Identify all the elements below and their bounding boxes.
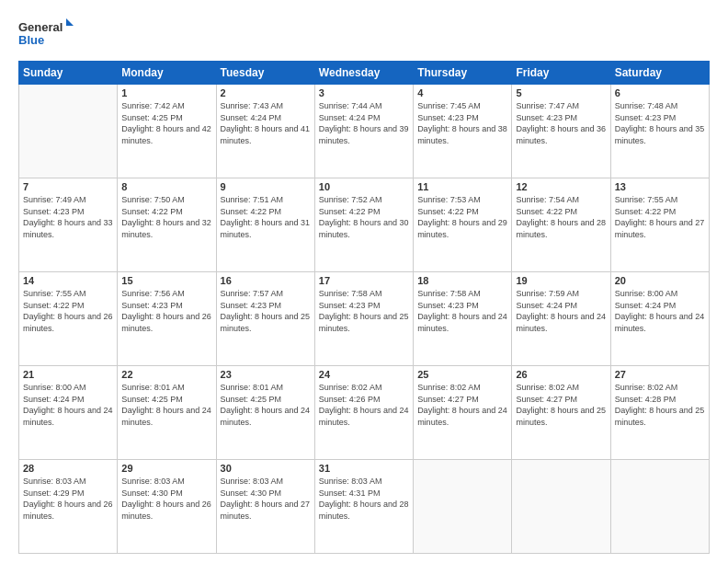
cell-0-1: 1 Sunrise: 7:42 AMSunset: 4:25 PMDayligh…	[118, 85, 216, 178]
cell-4-2: 30 Sunrise: 8:03 AMSunset: 4:30 PMDaylig…	[216, 460, 314, 554]
day-number: 5	[516, 87, 606, 98]
header-thursday: Thursday	[414, 62, 512, 85]
svg-marker-2	[66, 18, 74, 26]
calendar-table: SundayMondayTuesdayWednesdayThursdayFrid…	[18, 61, 710, 554]
week-row-2: 14 Sunrise: 7:55 AMSunset: 4:22 PMDaylig…	[19, 272, 710, 366]
cell-0-3: 3 Sunrise: 7:44 AMSunset: 4:24 PMDayligh…	[314, 85, 413, 178]
cell-3-3: 24 Sunrise: 8:02 AMSunset: 4:26 PMDaylig…	[314, 366, 413, 460]
week-row-0: 1 Sunrise: 7:42 AMSunset: 4:25 PMDayligh…	[19, 85, 710, 178]
day-info: Sunrise: 7:56 AMSunset: 4:23 PMDaylight:…	[121, 289, 211, 333]
day-number: 22	[121, 369, 211, 380]
day-number: 4	[417, 87, 507, 98]
week-row-1: 7 Sunrise: 7:49 AMSunset: 4:23 PMDayligh…	[19, 178, 710, 272]
svg-text:Blue: Blue	[18, 33, 44, 47]
calendar-header-row: SundayMondayTuesdayWednesdayThursdayFrid…	[19, 62, 710, 85]
cell-2-3: 17 Sunrise: 7:58 AMSunset: 4:23 PMDaylig…	[314, 272, 413, 366]
day-number: 1	[121, 87, 211, 98]
logo-svg: General Blue	[18, 17, 74, 52]
day-number: 2	[221, 87, 311, 98]
cell-0-0	[19, 85, 118, 178]
header-wednesday: Wednesday	[314, 62, 413, 85]
cell-3-6: 27 Sunrise: 8:02 AMSunset: 4:28 PMDaylig…	[610, 366, 709, 460]
cell-3-4: 25 Sunrise: 8:02 AMSunset: 4:27 PMDaylig…	[414, 366, 512, 460]
cell-1-3: 10 Sunrise: 7:52 AMSunset: 4:22 PMDaylig…	[314, 178, 413, 272]
header-friday: Friday	[512, 62, 610, 85]
day-info: Sunrise: 7:55 AMSunset: 4:22 PMDaylight:…	[615, 195, 705, 239]
cell-4-4	[414, 460, 512, 554]
day-number: 8	[121, 181, 211, 192]
day-info: Sunrise: 8:02 AMSunset: 4:26 PMDaylight:…	[319, 383, 409, 427]
day-info: Sunrise: 7:57 AMSunset: 4:23 PMDaylight:…	[221, 289, 311, 333]
cell-0-5: 5 Sunrise: 7:47 AMSunset: 4:23 PMDayligh…	[512, 85, 610, 178]
day-number: 18	[417, 275, 507, 286]
cell-0-6: 6 Sunrise: 7:48 AMSunset: 4:23 PMDayligh…	[610, 85, 709, 178]
cell-1-4: 11 Sunrise: 7:53 AMSunset: 4:22 PMDaylig…	[414, 178, 512, 272]
cell-4-5	[512, 460, 610, 554]
day-info: Sunrise: 7:55 AMSunset: 4:22 PMDaylight:…	[23, 289, 113, 333]
cell-1-1: 8 Sunrise: 7:50 AMSunset: 4:22 PMDayligh…	[118, 178, 216, 272]
day-number: 25	[417, 369, 507, 380]
day-number: 27	[615, 369, 705, 380]
day-number: 10	[319, 181, 409, 192]
day-number: 14	[23, 275, 113, 286]
day-info: Sunrise: 8:00 AMSunset: 4:24 PMDaylight:…	[23, 383, 113, 427]
day-number: 19	[516, 275, 606, 286]
cell-1-2: 9 Sunrise: 7:51 AMSunset: 4:22 PMDayligh…	[216, 178, 314, 272]
day-info: Sunrise: 7:48 AMSunset: 4:23 PMDaylight:…	[615, 101, 705, 145]
cell-0-2: 2 Sunrise: 7:43 AMSunset: 4:24 PMDayligh…	[216, 85, 314, 178]
cell-3-0: 21 Sunrise: 8:00 AMSunset: 4:24 PMDaylig…	[19, 366, 118, 460]
day-number: 17	[319, 275, 409, 286]
day-number: 24	[319, 369, 409, 380]
day-info: Sunrise: 8:01 AMSunset: 4:25 PMDaylight:…	[121, 383, 211, 427]
day-info: Sunrise: 8:03 AMSunset: 4:30 PMDaylight:…	[221, 477, 311, 521]
day-info: Sunrise: 8:03 AMSunset: 4:31 PMDaylight:…	[319, 477, 409, 521]
day-number: 31	[319, 463, 409, 474]
cell-2-1: 15 Sunrise: 7:56 AMSunset: 4:23 PMDaylig…	[118, 272, 216, 366]
cell-3-1: 22 Sunrise: 8:01 AMSunset: 4:25 PMDaylig…	[118, 366, 216, 460]
svg-text:General: General	[18, 20, 63, 34]
header-tuesday: Tuesday	[216, 62, 314, 85]
day-number: 13	[615, 181, 705, 192]
day-number: 26	[516, 369, 606, 380]
header-sunday: Sunday	[19, 62, 118, 85]
day-info: Sunrise: 7:42 AMSunset: 4:25 PMDaylight:…	[121, 101, 211, 145]
header-saturday: Saturday	[610, 62, 709, 85]
header: General Blue	[18, 17, 710, 52]
day-info: Sunrise: 7:44 AMSunset: 4:24 PMDaylight:…	[319, 101, 409, 145]
cell-2-6: 20 Sunrise: 8:00 AMSunset: 4:24 PMDaylig…	[610, 272, 709, 366]
week-row-3: 21 Sunrise: 8:00 AMSunset: 4:24 PMDaylig…	[19, 366, 710, 460]
cell-2-2: 16 Sunrise: 7:57 AMSunset: 4:23 PMDaylig…	[216, 272, 314, 366]
day-info: Sunrise: 8:02 AMSunset: 4:27 PMDaylight:…	[417, 383, 507, 427]
cell-1-6: 13 Sunrise: 7:55 AMSunset: 4:22 PMDaylig…	[610, 178, 709, 272]
day-info: Sunrise: 8:01 AMSunset: 4:25 PMDaylight:…	[221, 383, 311, 427]
cell-4-3: 31 Sunrise: 8:03 AMSunset: 4:31 PMDaylig…	[314, 460, 413, 554]
day-number: 20	[615, 275, 705, 286]
day-number: 11	[417, 181, 507, 192]
cell-4-6	[610, 460, 709, 554]
cell-1-5: 12 Sunrise: 7:54 AMSunset: 4:22 PMDaylig…	[512, 178, 610, 272]
day-info: Sunrise: 7:58 AMSunset: 4:23 PMDaylight:…	[319, 289, 409, 333]
day-number: 15	[121, 275, 211, 286]
day-number: 3	[319, 87, 409, 98]
day-info: Sunrise: 8:02 AMSunset: 4:27 PMDaylight:…	[516, 383, 606, 427]
cell-2-4: 18 Sunrise: 7:58 AMSunset: 4:23 PMDaylig…	[414, 272, 512, 366]
day-info: Sunrise: 7:58 AMSunset: 4:23 PMDaylight:…	[417, 289, 507, 333]
day-info: Sunrise: 7:50 AMSunset: 4:22 PMDaylight:…	[121, 195, 211, 239]
day-number: 12	[516, 181, 606, 192]
day-number: 21	[23, 369, 113, 380]
day-number: 16	[221, 275, 311, 286]
cell-2-0: 14 Sunrise: 7:55 AMSunset: 4:22 PMDaylig…	[19, 272, 118, 366]
cell-0-4: 4 Sunrise: 7:45 AMSunset: 4:23 PMDayligh…	[414, 85, 512, 178]
day-number: 6	[615, 87, 705, 98]
logo: General Blue	[18, 17, 74, 52]
day-info: Sunrise: 8:02 AMSunset: 4:28 PMDaylight:…	[615, 383, 705, 427]
cell-3-5: 26 Sunrise: 8:02 AMSunset: 4:27 PMDaylig…	[512, 366, 610, 460]
day-info: Sunrise: 7:53 AMSunset: 4:22 PMDaylight:…	[417, 195, 507, 239]
day-info: Sunrise: 7:52 AMSunset: 4:22 PMDaylight:…	[319, 195, 409, 239]
day-info: Sunrise: 7:49 AMSunset: 4:23 PMDaylight:…	[23, 195, 113, 239]
day-info: Sunrise: 8:03 AMSunset: 4:29 PMDaylight:…	[23, 477, 113, 521]
day-info: Sunrise: 8:03 AMSunset: 4:30 PMDaylight:…	[121, 477, 211, 521]
cell-1-0: 7 Sunrise: 7:49 AMSunset: 4:23 PMDayligh…	[19, 178, 118, 272]
day-number: 30	[221, 463, 311, 474]
day-number: 29	[121, 463, 211, 474]
